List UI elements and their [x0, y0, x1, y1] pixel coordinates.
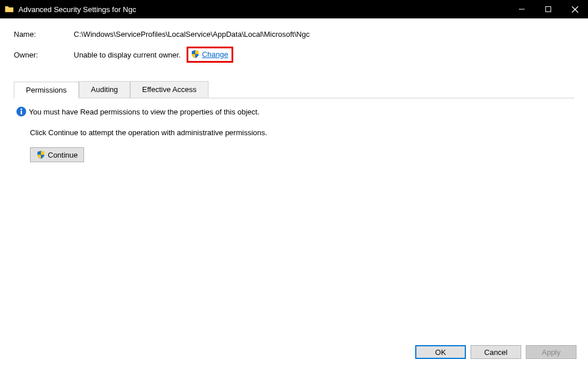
close-button[interactable]	[562, 0, 588, 18]
tab-auditing[interactable]: Auditing	[79, 81, 130, 98]
content-area: Name: C:\Windows\ServiceProfiles\LocalSe…	[0, 18, 588, 338]
tab-effective-access[interactable]: Effective Access	[130, 81, 208, 98]
svg-rect-6	[21, 111, 22, 115]
cancel-button[interactable]: Cancel	[471, 345, 521, 359]
owner-row: Owner: Unable to display current owner. …	[14, 47, 574, 63]
window-controls	[509, 0, 588, 18]
change-owner-link[interactable]: Change	[202, 50, 229, 59]
titlebar: Advanced Security Settings for Ngc	[0, 0, 588, 18]
name-label: Name:	[14, 30, 74, 39]
svg-point-5	[21, 109, 22, 110]
tabs: Permissions Auditing Effective Access	[14, 81, 574, 98]
instruction-text: Click Continue to attempt the operation …	[30, 128, 574, 137]
maximize-button[interactable]	[535, 0, 562, 18]
info-icon	[16, 106, 26, 117]
info-text: You must have Read permissions to view t…	[29, 108, 260, 116]
owner-value-container: Unable to display current owner. Change	[74, 47, 233, 63]
window-title: Advanced Security Settings for Ngc	[18, 5, 509, 14]
name-row: Name: C:\Windows\ServiceProfiles\LocalSe…	[14, 30, 574, 39]
info-row: You must have Read permissions to view t…	[16, 106, 574, 117]
permissions-panel: You must have Read permissions to view t…	[14, 98, 574, 162]
owner-label: Owner:	[14, 51, 74, 59]
folder-icon	[5, 5, 14, 14]
minimize-button[interactable]	[509, 0, 535, 18]
apply-button: Apply	[526, 345, 576, 359]
svg-rect-1	[546, 7, 551, 12]
footer: OK Cancel Apply	[0, 338, 588, 367]
shield-icon	[191, 49, 200, 59]
change-highlight: Change	[187, 47, 234, 63]
shield-icon	[36, 150, 45, 159]
owner-value: Unable to display current owner.	[74, 51, 181, 59]
ok-button[interactable]: OK	[415, 345, 466, 359]
continue-button[interactable]: Continue	[30, 147, 84, 162]
name-value: C:\Windows\ServiceProfiles\LocalService\…	[74, 30, 310, 39]
continue-label: Continue	[48, 151, 78, 159]
tab-permissions[interactable]: Permissions	[14, 82, 79, 98]
